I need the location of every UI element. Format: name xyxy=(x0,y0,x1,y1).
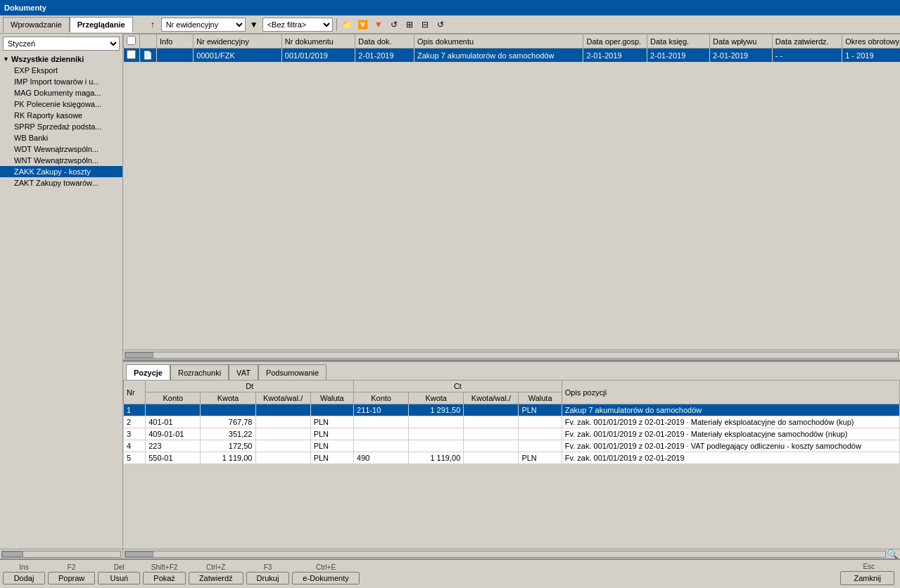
col-ct-kwota-wal: Kwota/wal./ xyxy=(464,392,519,404)
lower-table-row[interactable]: 2 401-01 767,78 PLN Fv. zak. 001/01/2019… xyxy=(124,416,900,428)
folder-icon[interactable]: 📁 xyxy=(341,18,355,32)
col-lower-dt: Dt xyxy=(146,381,354,392)
sidebar-tree-root[interactable]: ▼ Wszystkie dzienniki xyxy=(0,53,122,65)
col-header-data-zatw[interactable]: Data zatwierdz. xyxy=(772,34,842,49)
fkey-del-group: Del Usuń xyxy=(98,563,140,584)
sidebar-item-wnt[interactable]: WNT Wewnątrzwspóln... xyxy=(0,155,122,166)
sidebar-item-wdt[interactable]: WDT Wewnątrzwspóln... xyxy=(0,143,122,155)
lower-row-ct-konto: 211-10 xyxy=(354,404,409,416)
lower-row-dt-kwota-wal xyxy=(255,428,310,440)
sort-up-icon[interactable]: ↑ xyxy=(146,18,160,32)
fkey-shiftf2-group: Shift+F2 Pokaż xyxy=(143,563,186,584)
lower-table-scrollbar[interactable]: 🔍 xyxy=(123,549,900,558)
lower-row-nr: 2 xyxy=(124,416,146,428)
edocs-button[interactable]: e-Dokumenty xyxy=(292,572,359,584)
fkey-f2-label: F2 xyxy=(68,563,76,571)
sidebar-item-wb[interactable]: WB Banki xyxy=(0,132,122,143)
sidebar-item-rk[interactable]: RK Raporty kasowe xyxy=(0,110,122,121)
layout-icon[interactable]: ⊟ xyxy=(418,18,432,32)
sidebar-item-pk[interactable]: PK Polecenie księgowa... xyxy=(0,98,122,110)
col-header-data-ksieg[interactable]: Data księg. xyxy=(647,34,710,49)
lower-tabs-row: Pozycje Rozrachunki VAT Podsumowanie xyxy=(123,362,900,380)
sidebar-item-sprp[interactable]: SPRP Sprzedaż podsta... xyxy=(0,121,122,132)
lower-row-ct-kwota-wal xyxy=(464,440,519,452)
row-checkbox-cell xyxy=(124,49,140,63)
lower-row-ct-kwota: 1 291,50 xyxy=(409,404,464,416)
lower-row-ct-konto xyxy=(354,428,409,440)
upper-table-scrollbar[interactable] xyxy=(123,350,900,359)
lower-row-dt-kwota-wal xyxy=(255,404,310,416)
col-lower-nr: Nr xyxy=(124,381,146,404)
tab-przegladanie[interactable]: Przeglądanie xyxy=(70,17,133,32)
sidebar-item-imp[interactable]: IMP Import towarów i u... xyxy=(0,76,122,87)
lower-row-ct-waluta: PLN xyxy=(519,452,562,464)
confirm-button[interactable]: Zatwierdź xyxy=(189,572,243,584)
col-lower-opis: Opis pozycji xyxy=(562,381,899,404)
lower-row-ct-kwota-wal xyxy=(464,416,519,428)
col-header-data-dok[interactable]: Data dok. xyxy=(355,34,414,49)
table-row[interactable]: 📄 00001/FZK 001/01/2019 2-01-2019 Zakup … xyxy=(124,49,901,63)
print-button[interactable]: Drukuj xyxy=(246,572,290,584)
lower-table-row[interactable]: 1 211-10 1 291,50 PLN Zakup 7 akumulator… xyxy=(124,404,900,416)
lower-table-row[interactable]: 3 409-01-01 351,22 PLN Fv. zak. 001/01/2… xyxy=(124,428,900,440)
filter-select[interactable]: <Bez filtra> xyxy=(262,18,333,32)
col-dt-kwota: Kwota xyxy=(201,392,255,404)
lower-row-ct-kwota-wal xyxy=(464,404,519,416)
tab-wprowadzanie[interactable]: Wprowadzanie xyxy=(3,17,70,32)
delete-button[interactable]: Usuń xyxy=(98,572,140,584)
fkey-del-label: Del xyxy=(114,563,125,571)
fkey-bar: Ins Dodaj F2 Popraw Del Usuń Shift+F2 Po… xyxy=(0,558,900,588)
lower-table-container[interactable]: Nr Dt Ct Opis pozycji Konto Kwota Kwota/… xyxy=(123,380,900,549)
row-nr-dok: 001/01/2019 xyxy=(281,49,355,63)
row-data-oper: 2-01-2019 xyxy=(583,49,647,63)
lower-row-ct-kwota-wal xyxy=(464,428,519,440)
sidebar-item-mag[interactable]: MAG Dokumenty maga... xyxy=(0,87,122,98)
refresh2-icon[interactable]: ↺ xyxy=(433,18,448,32)
lower-table-area: Pozycje Rozrachunki VAT Podsumowanie xyxy=(123,362,900,558)
sidebar-item-zakk[interactable]: ZAKK Zakupy - koszty xyxy=(0,166,122,177)
lower-tab-pozycje[interactable]: Pozycje xyxy=(126,364,170,380)
row-data-ksieg: 2-01-2019 xyxy=(647,49,710,63)
filter-icon[interactable]: ▼ xyxy=(247,18,261,32)
lower-row-ct-konto: 490 xyxy=(354,452,409,464)
sidebar-item-zakt[interactable]: ZAKT Zakupy towarów... xyxy=(0,177,122,188)
lower-row-dt-waluta: PLN xyxy=(310,452,353,464)
col-header-okres[interactable]: Okres obrotowy xyxy=(842,34,900,49)
edit-button[interactable]: Popraw xyxy=(48,572,95,584)
col-ct-waluta: Waluta xyxy=(519,392,562,404)
lower-row-dt-kwota-wal xyxy=(255,440,310,452)
lower-tab-rozrachunki[interactable]: Rozrachunki xyxy=(170,364,229,380)
lower-row-nr: 1 xyxy=(124,404,146,416)
add-button[interactable]: Dodaj xyxy=(3,572,45,584)
col-header-info[interactable]: Info xyxy=(157,34,194,49)
lower-tab-vat[interactable]: VAT xyxy=(229,364,258,380)
toolbar: Wprowadzanie Przeglądanie ↑ Nr ewidencyj… xyxy=(0,15,900,34)
search-icon[interactable]: 🔍 xyxy=(886,548,899,559)
row-data-zatw: - - xyxy=(772,49,842,63)
upper-table-container[interactable]: Info Nr ewidencyjny Nr dokumentu Data do… xyxy=(123,34,900,350)
filter3-icon[interactable]: 🔻 xyxy=(372,18,386,32)
lower-row-opis: Zakup 7 akumulatorów do samochodów xyxy=(562,404,899,416)
grid-icon[interactable]: ⊞ xyxy=(403,18,417,32)
select-all-checkbox[interactable] xyxy=(127,36,136,45)
month-select[interactable]: Styczeń Luty Marzec Kwiecień Maj Czerwie… xyxy=(3,37,120,51)
sidebar-horizontal-scrollbar[interactable] xyxy=(0,549,122,558)
filter2-icon[interactable]: 🔽 xyxy=(356,18,370,32)
lower-tab-podsumowanie[interactable]: Podsumowanie xyxy=(258,364,327,380)
col-header-opis[interactable]: Opis dokumentu xyxy=(414,34,583,49)
col-header-data-oper[interactable]: Data oper.gosp. xyxy=(583,34,647,49)
col-header-data-wplywu[interactable]: Data wpływu xyxy=(709,34,772,49)
col-header-nr-ewid[interactable]: Nr ewidencyjny xyxy=(194,34,281,49)
lower-row-nr: 4 xyxy=(124,440,146,452)
lower-row-dt-waluta xyxy=(310,404,353,416)
fkey-f2-group: F2 Popraw xyxy=(48,563,95,584)
lower-table-row[interactable]: 5 550-01 1 119,00 PLN 490 1 119,00 PLN F… xyxy=(124,452,900,464)
sidebar-item-exp[interactable]: EXP Eksport xyxy=(0,65,122,76)
refresh-icon[interactable]: ↺ xyxy=(387,18,401,32)
col-header-nr-dok[interactable]: Nr dokumentu xyxy=(281,34,355,49)
lower-row-dt-kwota xyxy=(201,404,255,416)
show-button[interactable]: Pokaż xyxy=(143,572,186,584)
close-button[interactable]: Zamknij xyxy=(840,571,894,585)
lower-table-row[interactable]: 4 223 172,50 PLN Fv. zak. 001/01/2019 z … xyxy=(124,440,900,452)
sort-field-select[interactable]: Nr ewidencyjny xyxy=(161,18,246,32)
